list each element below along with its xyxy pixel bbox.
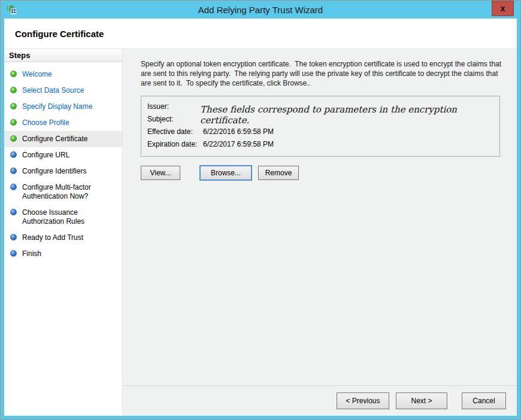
- certificate-details-box: Issuer:Subject:Effective date:6/22/2016 …: [141, 96, 500, 157]
- step-bullet-icon: [10, 151, 17, 158]
- step-bullet-icon: [10, 71, 17, 77]
- certificate-field-row: Effective date:6/22/2016 6:59:58 PM: [147, 126, 493, 138]
- sidebar-step-8: Choose Issuance Authorization Rules: [4, 205, 122, 230]
- certificate-field-row: Expiration date:6/22/2017 6:59:58 PM: [147, 138, 493, 151]
- adfs-app-icon: [6, 4, 17, 15]
- main-area: Steps WelcomeSelect Data SourceSpecify D…: [4, 49, 517, 416]
- sidebar-step-4: Configure Certificate: [4, 131, 122, 147]
- step-label: Configure Identifiers: [22, 167, 86, 176]
- dialog-body: Configure Certificate Steps WelcomeSelec…: [4, 19, 517, 416]
- step-bullet-icon: [10, 87, 17, 93]
- page-header: Configure Certificate: [4, 19, 517, 49]
- next-button[interactable]: Next >: [396, 392, 447, 409]
- step-bullet-icon: [10, 184, 17, 190]
- step-bullet-icon: [10, 119, 17, 126]
- page-description: Specify an optional token encryption cer…: [141, 59, 502, 88]
- certificate-button-row: View... Browse... Remove: [141, 165, 502, 181]
- step-label: Configure Certificate: [22, 135, 87, 144]
- step-bullet-icon: [10, 250, 17, 257]
- step-bullet-icon: [10, 103, 17, 109]
- step-label: Finish: [22, 249, 41, 258]
- sidebar-step-3[interactable]: Choose Profile: [4, 115, 122, 131]
- certificate-field-value: 6/22/2016 6:59:58 PM: [203, 126, 274, 138]
- window-title: Add Relying Party Trust Wizard: [198, 5, 323, 15]
- previous-button[interactable]: < Previous: [337, 392, 389, 409]
- step-label: Configure URL: [22, 151, 69, 160]
- step-label: Choose Issuance Authorization Rules: [22, 208, 119, 226]
- step-label: Ready to Add Trust: [22, 233, 83, 242]
- step-bullet-icon: [10, 234, 17, 241]
- sidebar-step-2[interactable]: Specify Display Name: [4, 99, 122, 115]
- step-bullet-icon: [10, 135, 17, 142]
- steps-list: WelcomeSelect Data SourceSpecify Display…: [4, 66, 122, 262]
- certificate-field-label: Subject:: [147, 113, 203, 126]
- step-label: Welcome: [22, 70, 52, 79]
- certificate-field-value: 6/22/2017 6:59:58 PM: [203, 138, 274, 151]
- remove-button[interactable]: Remove: [258, 166, 299, 180]
- sidebar-step-0[interactable]: Welcome: [4, 66, 122, 83]
- step-label: Select Data Source: [22, 86, 84, 95]
- certificate-field-label: Effective date:: [147, 126, 203, 138]
- sidebar-step-5: Configure URL: [4, 147, 122, 163]
- close-button[interactable]: x: [492, 1, 514, 16]
- sidebar-step-7: Configure Multi-factor Authentication No…: [4, 179, 122, 205]
- step-label: Specify Display Name: [22, 102, 92, 111]
- content-pane: Specify an optional token encryption cer…: [123, 49, 517, 416]
- close-icon: x: [501, 4, 505, 13]
- steps-sidebar: Steps WelcomeSelect Data SourceSpecify D…: [4, 49, 123, 416]
- sidebar-step-6: Configure Identifiers: [4, 163, 122, 179]
- wizard-window: Add Relying Party Trust Wizard x Configu…: [0, 0, 521, 420]
- certificate-annotation: These fields correspond to parameters in…: [200, 104, 495, 126]
- browse-button[interactable]: Browse...: [199, 165, 252, 181]
- footer-bar: < Previous Next > Cancel: [123, 385, 517, 416]
- step-bullet-icon: [10, 209, 17, 215]
- certificate-field-label: Expiration date:: [147, 138, 203, 151]
- cancel-button[interactable]: Cancel: [462, 392, 506, 409]
- content-body: Specify an optional token encryption cer…: [123, 49, 517, 385]
- step-label: Choose Profile: [22, 118, 69, 127]
- titlebar[interactable]: Add Relying Party Trust Wizard x: [1, 1, 520, 19]
- sidebar-step-9: Ready to Add Trust: [4, 230, 122, 246]
- steps-heading: Steps: [4, 49, 122, 62]
- certificate-field-label: Issuer:: [147, 101, 203, 113]
- step-bullet-icon: [10, 168, 17, 174]
- page-title: Configure Certificate: [15, 29, 104, 39]
- step-label: Configure Multi-factor Authentication No…: [22, 183, 119, 201]
- sidebar-step-1[interactable]: Select Data Source: [4, 83, 122, 99]
- sidebar-step-10: Finish: [4, 246, 122, 262]
- view-button[interactable]: View...: [141, 166, 180, 180]
